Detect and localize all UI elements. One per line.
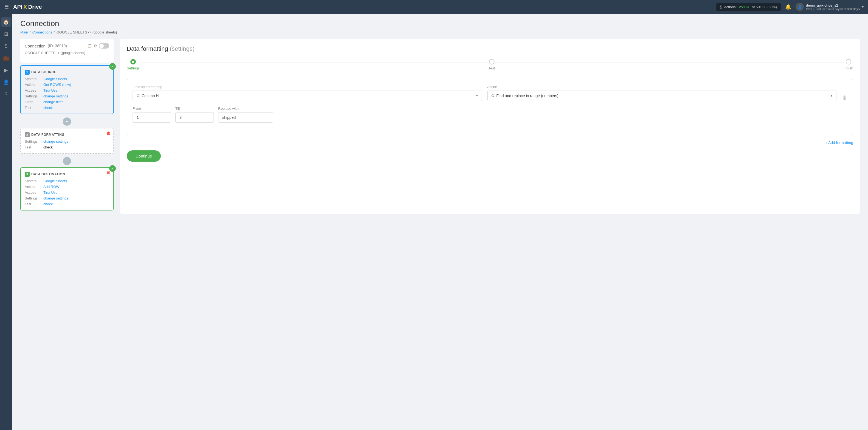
step-finish: Finish [844,59,853,70]
block1-settings-link[interactable]: change settings [43,94,68,98]
block2-settings-link[interactable]: change settings [43,140,68,144]
step-settings-circle [130,59,136,64]
field-for-formatting-select[interactable]: Column H ▾ [132,91,482,101]
block3-settings-link[interactable]: change settings [43,196,68,200]
replace-with-input[interactable] [218,112,273,123]
page-title: Connection [20,19,860,28]
till-input[interactable] [175,112,214,123]
till-label: Till [175,106,214,111]
table-row: Action Add ROW [25,185,109,189]
info-icon: ℹ [720,4,722,10]
table-row: Settings change settings [25,196,109,200]
step-settings: Settings [127,59,140,70]
block3-system-link[interactable]: Google Sheets [43,179,67,183]
connection-subtitle: GOOGLE SHEETS -> (google sheets) [25,51,109,55]
breadcrumb-current: GOOGLE SHEETS -> (google sheets) [57,30,117,34]
topnav: ☰ APIXDrive ℹ Actions: 25'161 of 50'000 … [0,0,868,14]
table-row: Access Tina User [25,88,109,92]
table-row: Action Get ROWS (new) [25,83,109,87]
block3-title: DATA DESTINATION [31,172,65,176]
action-select[interactable]: Find and replace in range (numbers) ▾ [487,91,837,101]
block3-action-link[interactable]: Add ROW [43,185,60,189]
table-row: Settings change settings [25,94,109,98]
action-group: Action Find and replace in range (number… [487,85,837,101]
add-between-2-3-button[interactable]: + [63,157,71,165]
connection-header-box: Connection (ID: 38910) 📋 ⚙ GOOGLE SHEETS… [20,39,114,63]
block-data-source: ✓ 1 DATA SOURCE System Google Sheets Act… [20,65,114,114]
connection-title: Connection (ID: 38910) 📋 ⚙ [25,43,109,49]
table-row: Test check [25,145,109,149]
sidebar: 🏠 ⊞ $ 💼 ▶ 👤 ? [0,14,12,430]
logo: APIXDrive [13,4,42,10]
block1-title: DATA SOURCE [31,70,56,74]
select-dot-icon [492,94,494,97]
main-content: Connection Main / Connections / GOOGLE S… [12,14,868,430]
connection-toggle[interactable] [99,43,109,49]
sidebar-item-billing[interactable]: $ [1,41,11,51]
from-till-replace-row: From Till Replace with [132,106,847,123]
block3-access-link[interactable]: Tina User [43,190,59,194]
replace-with-group: Replace with [218,106,273,123]
content-area: Connection (ID: 38910) 📋 ⚙ GOOGLE SHEETS… [12,39,868,222]
block1-filter-link[interactable]: change filter [43,100,63,104]
sidebar-item-home[interactable]: 🏠 [1,17,11,27]
block2-title: DATA FORMATTING [31,133,64,137]
right-panel: Data formatting (settings) Settings Test [120,39,860,214]
step-test: Test [489,59,495,70]
chevron-down-icon: ▾ [476,94,478,98]
block2-test: check [43,145,53,149]
table-row: Filter change filter [25,100,109,104]
page-header: Connection Main / Connections / GOOGLE S… [12,14,868,34]
table-row: System Google Sheets [25,77,109,81]
select-dot-icon [137,94,140,97]
from-group: From [132,106,171,123]
table-row: System Google Sheets [25,179,109,183]
delete-formatting-button[interactable]: 🗑 [842,95,847,101]
chevron-down-icon: ▾ [831,94,832,98]
table-row: Test check [25,106,109,110]
block3-test-link[interactable]: check [43,202,53,206]
sidebar-item-connections[interactable]: ⊞ [1,29,11,39]
copy-icon[interactable]: 📋 [87,43,92,48]
block-data-destination: ✓ 🗑 3 DATA DESTINATION System Google She… [20,167,114,211]
steps-progress: Settings Test Finish [127,59,853,70]
block1-access-link[interactable]: Tina User [43,88,59,92]
till-group: Till [175,106,214,123]
block-check-icon: ✓ [109,63,116,70]
step-test-circle [489,59,495,64]
step-test-label: Test [489,66,495,70]
sidebar-item-user[interactable]: 👤 [1,78,11,87]
block2-delete-icon[interactable]: 🗑 [106,131,111,135]
field-action-row: Field for formatting Column H ▾ Action [132,85,847,101]
sidebar-item-help[interactable]: ? [1,89,11,99]
user-menu[interactable]: 👤 demo_apix-drive_s2 Plan | Start | left… [796,3,864,11]
step-finish-label: Finish [844,66,853,70]
sidebar-item-briefcase[interactable]: 💼 [1,53,11,63]
hamburger-icon[interactable]: ☰ [4,4,9,10]
field-for-formatting-value: Column H [142,94,474,98]
table-row: Test check [25,202,109,206]
block3-number: 3 [25,172,30,177]
chevron-down-icon: ▾ [862,5,864,9]
from-input[interactable] [132,112,171,123]
app-layout: 🏠 ⊞ $ 💼 ▶ 👤 ? Connection Main / Connecti… [0,14,868,430]
user-name: demo_apix-drive_s2 [806,3,860,7]
sidebar-item-media[interactable]: ▶ [1,65,11,75]
block1-system-link[interactable]: Google Sheets [43,77,67,81]
breadcrumb-connections[interactable]: Connections [32,30,52,34]
block1-number: 1 [25,70,30,74]
actions-widget: ℹ Actions: 25'161 of 50'000 (50%) [716,3,781,11]
settings-icon[interactable]: ⚙ [94,43,97,48]
add-between-1-2-button[interactable]: + [63,118,71,126]
bell-icon[interactable]: 🔔 [785,4,791,10]
step-settings-label: Settings [127,66,140,70]
breadcrumb-main[interactable]: Main [20,30,28,34]
avatar: 👤 [796,3,804,11]
add-formatting-button[interactable]: + Add formatting [825,141,853,145]
continue-button[interactable]: Continue [127,150,161,162]
field-for-formatting-group: Field for formatting Column H ▾ [132,85,482,101]
block1-test-link[interactable]: check [43,106,53,110]
block1-action-link[interactable]: Get ROWS (new) [43,83,71,87]
block-data-formatting: 🗑 2 DATA FORMATTING Settings change sett… [20,128,114,154]
block3-delete-icon[interactable]: 🗑 [106,170,111,175]
